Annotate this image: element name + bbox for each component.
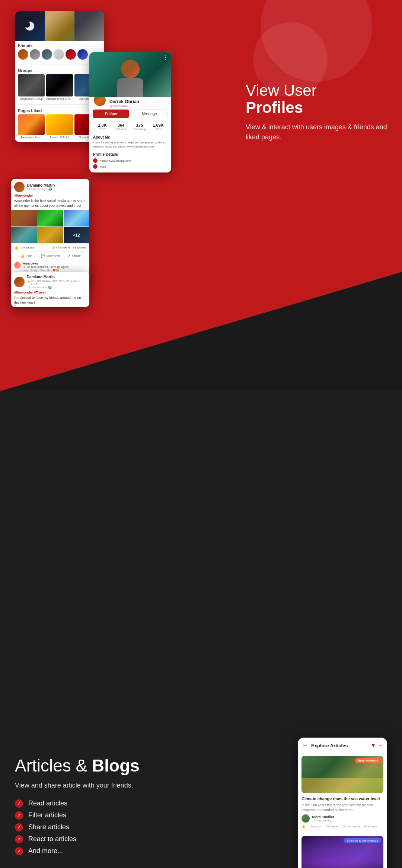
like-btn-label: Like — [26, 254, 32, 258]
comment-text: Hi, so nice pictures... let's go again — [23, 265, 68, 269]
comment-love: Love — [23, 269, 28, 272]
friend-avatar-3 — [42, 49, 52, 60]
share-btn-icon: ↗ — [68, 254, 71, 258]
svg-point-1 — [24, 22, 30, 28]
like-button[interactable]: 👍 Like — [14, 253, 38, 259]
post-text: Wowonder is the best social media app to… — [11, 199, 89, 210]
articles-phone: ← Explore Articles ▼ + Entertainment Cli… — [298, 738, 387, 868]
stat-posts: 2.3K Posts — [93, 123, 112, 131]
friend-avatar-4 — [54, 49, 64, 60]
article-image-2: Science & Technology — [302, 836, 383, 868]
post-user-info: Damiano Martin 54 minutes ago 🌍 — [27, 183, 55, 191]
comment-item-1: Mara David Hi, so nice pictures... let's… — [14, 262, 86, 272]
bottom-section: Articles & Blogs View and share article … — [0, 391, 402, 868]
post2-avatar — [14, 277, 25, 287]
stat-posts-label: Posts — [93, 127, 112, 131]
group-label-2: Ambidestrous Gro... — [46, 97, 73, 101]
post-image-2 — [37, 210, 63, 226]
article-author-time-1: 54 minutes ago — [312, 819, 334, 822]
post-actions-row: 👍 Like 💬 Comment ↗ Share — [11, 251, 89, 260]
divider-2 — [18, 104, 101, 105]
profile-details-title: Profile Details — [93, 152, 168, 156]
post2-text: I'm blessed to have my friends around me… — [11, 295, 89, 307]
friend-avatar-2 — [30, 49, 40, 60]
post-hashtag: #Wowonder — [11, 194, 89, 199]
profile-actions: Follow Message — [89, 110, 171, 121]
page-label-2: Lambo Official — [46, 136, 73, 139]
comment-button[interactable]: 💬 Comment — [38, 253, 63, 259]
feature-label-1: Read articles — [28, 799, 67, 807]
post-image-1 — [11, 210, 37, 226]
check-icon-3: ✓ — [15, 823, 23, 831]
back-icon[interactable]: ← — [302, 742, 308, 749]
follow-button[interactable]: Follow — [93, 110, 129, 118]
comment-btn-label: Comment — [46, 254, 60, 258]
article-author-avatar-1 — [302, 814, 310, 823]
post-username: Damiano Martin — [27, 183, 55, 187]
gender-row: Male — [93, 164, 168, 170]
stat-followers-label: Followers — [112, 127, 130, 131]
post2-time: 54 minutes ago 🌍 — [27, 286, 86, 289]
website-icon — [93, 158, 98, 163]
profile-stats: 2.3K Posts 364 Followers 175 Following 1… — [89, 121, 171, 134]
post-header: Damiano Martin 54 minutes ago 🌍 — [11, 179, 89, 194]
feature-label-2: Filter articles — [28, 811, 66, 819]
comment-time: 25m — [39, 269, 45, 272]
stat-likes: 1.09K Likes — [149, 123, 168, 131]
moon-image — [15, 11, 45, 41]
profile-username: @username — [109, 104, 139, 108]
post-image-4 — [11, 227, 37, 243]
page-label-1: Mercedes Benz — [18, 136, 45, 139]
pages-row: Mercedes Benz Lambo Official Tesla Motor… — [18, 114, 101, 139]
article-author-info-1: Miara Knofller 54 minutes ago — [312, 815, 334, 822]
feature-read: ✓ Read articles — [15, 799, 156, 808]
profile-about: About Me I love travelling and like to e… — [89, 134, 171, 150]
article-card-2: Science & Technology Climate change rise… — [298, 832, 387, 868]
page-image-2 — [46, 114, 73, 135]
like-btn-icon: 👍 — [20, 254, 25, 258]
article-desc-1: In last 300 years this is the year with … — [302, 803, 383, 812]
article-title-1: Climate change rises the sea water level — [302, 796, 383, 801]
add-icon[interactable]: + — [379, 742, 383, 749]
about-text: I love travelling and like to explore ne… — [93, 140, 168, 149]
articles-nav: ← Explore Articles ▼ + — [298, 738, 387, 752]
post-card-1: Damiano Martin 54 minutes ago 🌍 #Wowonde… — [11, 179, 89, 285]
comment-likes: Me — [47, 269, 51, 272]
stat-following: 175 Following — [130, 123, 149, 131]
comment-reply[interactable]: Reply — [31, 269, 37, 272]
stat-followers-value: 364 — [112, 123, 130, 127]
stat-followers: 364 Followers — [112, 123, 130, 131]
comment-btn-icon: 💬 — [41, 254, 45, 258]
stat-posts-value: 2.3K — [93, 123, 112, 127]
feature-filter: ✓ Filter articles — [15, 811, 156, 820]
taj-image — [45, 11, 74, 41]
feature-label-3: Share articles — [28, 823, 69, 831]
cars-image — [74, 11, 104, 41]
comment-avatar — [14, 262, 21, 269]
articles-subtitle: View and share article with your friends… — [15, 780, 156, 791]
filter-icon[interactable]: ▼ — [370, 742, 376, 749]
article-views: 250 Views — [325, 825, 339, 828]
comment-meta: Love Reply 25m Me ❤️😊 — [23, 269, 68, 272]
phone-top-images — [15, 11, 104, 41]
group-image-1 — [18, 74, 45, 96]
profile-details: Profile Details https://www.testing.com … — [89, 150, 171, 172]
reaction-emoji: ❤️😊 — [52, 269, 59, 272]
profile-person — [115, 56, 145, 97]
feature-react: ✓ React to articles — [15, 835, 156, 843]
message-button[interactable]: Message — [131, 110, 168, 118]
post2-location: 📍 240 Broadway, New York, NY 10007, USA — [27, 279, 86, 286]
check-icon-5: ✓ — [15, 847, 23, 855]
profile-name-area: Derrek Obrian @username — [109, 99, 139, 108]
website-row: https://www.testing.com — [93, 158, 168, 164]
profile-header-image: ⋮ — [89, 52, 171, 97]
feature-more: ✓ And more... — [15, 847, 156, 855]
article-reactions: 1 Reaction — [308, 825, 322, 828]
post-image-more: +12 — [64, 227, 89, 243]
stat-likes-label: Likes — [149, 127, 168, 131]
page-image-1 — [18, 114, 45, 135]
post-image-5 — [37, 227, 63, 243]
profile-avatar-row: Derrek Obrian @username — [89, 97, 171, 110]
share-button[interactable]: ↗ Share — [62, 253, 86, 259]
friend-avatar-5 — [66, 49, 76, 60]
